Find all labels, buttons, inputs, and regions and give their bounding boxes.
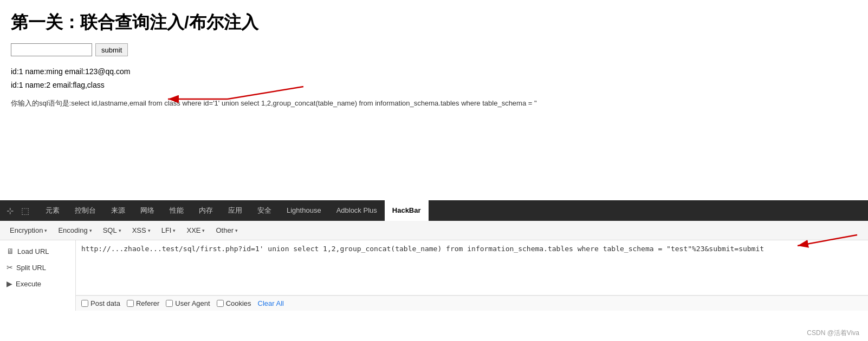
- xss-menu[interactable]: XSS ▾: [128, 225, 155, 236]
- referer-checkbox[interactable]: [127, 300, 134, 307]
- inspect-icon[interactable]: ⬚: [19, 205, 31, 217]
- search-input[interactable]: [11, 43, 92, 56]
- post-data-text: Post data: [90, 299, 120, 307]
- lfi-label: LFI: [161, 226, 172, 234]
- cookies-checkbox[interactable]: [217, 300, 224, 307]
- xxe-chevron: ▾: [202, 228, 205, 233]
- cursor-icon[interactable]: ⊹: [4, 205, 16, 217]
- tab-adblock[interactable]: Adblock Plus: [329, 200, 385, 221]
- devtools-icons: ⊹ ⬚: [4, 205, 31, 217]
- hackbar-sidebar: 🖥 Load URL ✂ Split URL ▶ Execute: [0, 240, 76, 311]
- page-title: 第一关：联合查询注入/布尔注入: [11, 11, 857, 35]
- tab-console[interactable]: 控制台: [67, 200, 103, 221]
- xss-chevron: ▾: [148, 228, 151, 233]
- tab-elements[interactable]: 元素: [38, 200, 67, 221]
- hackbar-footer: Post data Referer User Agent Cookies Cle…: [76, 296, 868, 311]
- result-row-2: id:1 name:2 email:flag,class: [11, 78, 857, 92]
- tab-performance[interactable]: 性能: [162, 200, 191, 221]
- tab-application[interactable]: 应用: [221, 200, 250, 221]
- load-url-label: Load URL: [17, 247, 49, 255]
- other-menu[interactable]: Other ▾: [211, 225, 242, 236]
- lfi-menu[interactable]: LFI ▾: [157, 225, 180, 236]
- execute-button[interactable]: ▶ Execute: [0, 276, 75, 291]
- encryption-menu[interactable]: Encryption ▾: [5, 225, 51, 236]
- xss-label: XSS: [132, 226, 146, 234]
- lfi-chevron: ▾: [173, 228, 176, 233]
- other-label: Other: [216, 226, 234, 234]
- result-text-2: id:1 name:2 email:flag,class: [11, 78, 105, 92]
- result-row-1: id:1 name:ming email:123@qq.com: [11, 65, 857, 78]
- hackbar-main: http://...zhaole...test/sql/first.php?id…: [76, 240, 868, 311]
- split-url-icon: ✂: [7, 263, 13, 272]
- sql-chevron: ▾: [119, 228, 121, 233]
- tab-sources[interactable]: 来源: [103, 200, 133, 221]
- encryption-chevron: ▾: [44, 228, 47, 233]
- load-url-icon: 🖥: [7, 247, 14, 255]
- tab-security[interactable]: 安全: [250, 200, 279, 221]
- execute-label: Execute: [16, 280, 41, 288]
- result-text-1: id:1 name:ming email:123@qq.com: [11, 65, 130, 78]
- sql-menu[interactable]: SQL ▾: [99, 225, 126, 236]
- sql-display: 你输入的sql语句是:select id,lastname,email from…: [11, 99, 851, 108]
- encryption-label: Encryption: [10, 226, 43, 234]
- xxe-label: XXE: [186, 226, 200, 234]
- result-lines: id:1 name:ming email:123@qq.com id:1 nam…: [11, 65, 857, 92]
- user-agent-label[interactable]: User Agent: [166, 299, 210, 307]
- post-data-label[interactable]: Post data: [81, 299, 120, 307]
- hackbar-toolbar: Encryption ▾ Encoding ▾ SQL ▾ XSS ▾ LFI …: [0, 221, 868, 240]
- svg-line-5: [798, 235, 857, 246]
- load-url-button[interactable]: 🖥 Load URL: [0, 244, 75, 259]
- post-data-checkbox[interactable]: [81, 300, 88, 307]
- csdn-watermark: CSDN @活着Viva: [807, 329, 859, 338]
- execute-icon: ▶: [7, 279, 12, 288]
- other-chevron: ▾: [235, 228, 238, 233]
- referer-label[interactable]: Referer: [127, 299, 159, 307]
- tab-lighthouse[interactable]: Lighthouse: [279, 200, 329, 221]
- tab-memory[interactable]: 内存: [191, 200, 221, 221]
- devtools-bar: ⊹ ⬚ 元素 控制台 来源 网络 性能 内存 应用 安全 Lighthouse …: [0, 200, 868, 221]
- cookies-text: Cookies: [226, 299, 251, 307]
- split-url-button[interactable]: ✂ Split URL: [0, 260, 75, 275]
- hackbar-body: 🖥 Load URL ✂ Split URL ▶ Execute http://…: [0, 240, 868, 311]
- encoding-menu[interactable]: Encoding ▾: [54, 225, 96, 236]
- referer-text: Referer: [136, 299, 159, 307]
- user-agent-text: User Agent: [175, 299, 210, 307]
- sql-label: SQL: [103, 226, 117, 234]
- encoding-chevron: ▾: [89, 228, 92, 233]
- tab-network[interactable]: 网络: [133, 200, 162, 221]
- xxe-menu[interactable]: XXE ▾: [182, 225, 209, 236]
- user-agent-checkbox[interactable]: [166, 300, 173, 307]
- tab-hackbar[interactable]: HackBar: [385, 200, 429, 221]
- encoding-label: Encoding: [58, 226, 87, 234]
- clear-all-button[interactable]: Clear All: [258, 299, 284, 307]
- submit-button[interactable]: submit: [95, 43, 128, 56]
- split-url-label: Split URL: [16, 264, 46, 272]
- cookies-label[interactable]: Cookies: [217, 299, 251, 307]
